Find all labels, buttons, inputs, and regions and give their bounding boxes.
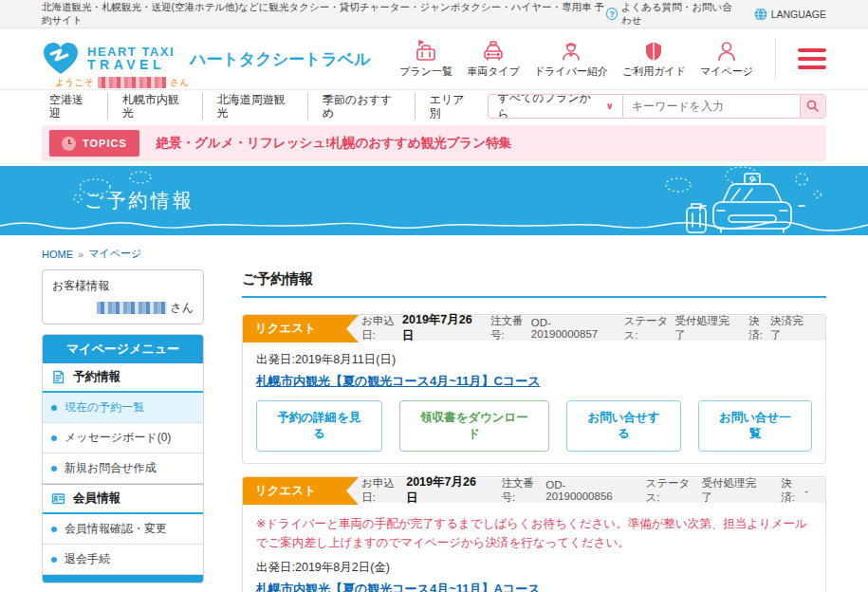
masked-customer-name (97, 302, 167, 314)
heart-logo-icon (42, 42, 80, 76)
nav-driver-intro[interactable]: ドライバー紹介 (534, 40, 608, 79)
mypage-menu-header: マイページメニュー (43, 335, 203, 363)
nav-by-area[interactable]: エリア別 (416, 93, 489, 120)
sidebar-item-withdraw[interactable]: 退会手続 (43, 545, 203, 575)
bullet-icon (51, 405, 57, 411)
header-divider (775, 38, 776, 80)
order-number: OD-20190000857 (531, 317, 607, 340)
course-link[interactable]: 札幌市内観光【夏の観光コース4月~11月】Aコース (256, 582, 540, 592)
content-area: HOME » マイページ お客様情報 さん マイページメニュー (0, 235, 868, 592)
breadcrumb-home-link[interactable]: HOME (42, 249, 73, 260)
breadcrumb-separator: » (78, 249, 83, 260)
header-nav: プラン一覧 車両タイプ ドライバー紹介 (399, 38, 826, 80)
clock-icon (62, 137, 76, 151)
search-icon (806, 100, 819, 112)
nav-seasonal[interactable]: 季節のおすすめ (308, 93, 416, 120)
bullet-icon (51, 466, 57, 472)
faq-label: よくある質問・お問い合わせ (621, 1, 739, 28)
masked-user-name (98, 77, 166, 88)
document-icon (51, 370, 65, 384)
card-actions: 予約の詳細を見る 領収書をダウンロード お問い合せする お問い合せ一覧 (243, 400, 825, 452)
page-title: ご予約情報 (84, 188, 194, 213)
customer-info-title: お客様情報 (52, 278, 194, 294)
nav-vehicle-type[interactable]: 車両タイプ (467, 40, 520, 79)
payment-value: 決済完了 (770, 314, 808, 342)
faq-link[interactable]: ? よくある質問・お問い合わせ (606, 1, 739, 28)
top-utility-bar: 北海道観光・札幌観光・送迎(空港ホテル他)などに観光タクシー・貸切チャーター・ジ… (0, 0, 868, 28)
reservation-card: お申込日:2019年7月26日 注文番号:OD-20190000857 ステータ… (242, 314, 826, 464)
hamburger-menu-button[interactable] (798, 48, 826, 69)
search-input[interactable] (623, 95, 800, 118)
main-panel: ご予約情報 お申込日:2019年7月26日 注文番号:OD-2019000085… (242, 269, 826, 592)
applied-label: お申込日: (361, 314, 402, 342)
request-ribbon: リクエスト (243, 315, 359, 342)
nav-hokkaido-tour[interactable]: 北海道周遊観光 (203, 93, 308, 120)
departure-date: 出発日:2019年8月2日(金) (243, 560, 825, 576)
question-icon: ? (606, 8, 618, 20)
menu-section-reservations: 予約情報 (43, 363, 203, 393)
chevron-down-icon: ∨ (606, 101, 614, 111)
nav-mypage[interactable]: マイページ (700, 40, 753, 79)
language-link[interactable]: LANGUAGE (754, 8, 826, 21)
menu-section-membership: 会員情報 (43, 484, 203, 514)
contact-button[interactable]: お問い合せする (566, 400, 681, 452)
beginner-mark-icon (641, 40, 666, 63)
order-label: 注文番号: (501, 476, 545, 505)
hero-banner: ご予約情報 (0, 166, 868, 235)
details-button[interactable]: 予約の詳細を見る (256, 400, 382, 452)
search-button[interactable] (800, 95, 825, 118)
nav-sapporo-city[interactable]: 札幌市内観光 (108, 93, 203, 120)
order-number: OD-20190000856 (545, 479, 628, 502)
contact-list-button[interactable]: お問い合せ一覧 (698, 400, 812, 452)
logo-text-en: HEART TAXI TRAVEL (87, 46, 175, 72)
nav-plan-list[interactable]: プラン一覧 (399, 40, 452, 79)
receipt-download-button[interactable]: 領収書をダウンロード (399, 400, 549, 452)
topics-badge: TOPICS (49, 130, 139, 157)
sidebar-item-member-info[interactable]: 会員情報確認・変更 (43, 514, 203, 545)
breadcrumb: HOME » マイページ (42, 247, 826, 261)
topics-banner: TOPICS 絶景・グルメ・リフレッシュ!札幌のおすすめ観光プラン特集 (42, 125, 826, 161)
nav-airport-transfer[interactable]: 空港送迎 (42, 93, 108, 120)
menu-footer-bar (43, 575, 203, 583)
member-card-icon (51, 491, 65, 506)
bullet-icon (51, 557, 57, 563)
search-category-select[interactable]: すべてのプランから ∨ (489, 95, 622, 118)
sidebar-item-current-reservations[interactable]: 現在の予約一覧 (43, 393, 203, 423)
breadcrumb-mypage-link[interactable]: マイページ (88, 247, 141, 261)
customer-info-box: お客様情報 さん (42, 269, 204, 324)
category-nav: 空港送迎 札幌市内観光 北海道周遊観光 季節のおすすめ エリア別 (42, 93, 488, 120)
bullet-icon (51, 435, 57, 441)
status-value: 受付処理完了 (702, 476, 765, 505)
reservation-card: お申込日:2019年7月26日 注文番号:OD-20190000856 ステータ… (242, 476, 826, 592)
logo-text-jp: ハートタクシートラベル (190, 48, 371, 70)
topics-title-link[interactable]: 絶景・グルメ・リフレッシュ!札幌のおすすめ観光プラン特集 (157, 135, 511, 152)
payment-notice: ※ドライバーと車両の手配が完了するまでしばらくお待ちください。準備が整い次第、担… (243, 514, 825, 552)
nav-user-guide[interactable]: ご利用ガイド (622, 40, 686, 79)
status-label: ステータス: (623, 314, 674, 342)
category-nav-row: 空港送迎 札幌市内観光 北海道周遊観光 季節のおすすめ エリア別 すべてのプラン… (0, 89, 868, 121)
sidebar: お客様情報 さん マイページメニュー 予約情報 (42, 269, 204, 592)
bullet-icon (51, 527, 57, 532)
customer-name: さん (97, 300, 194, 316)
payment-label: 決済: (781, 476, 804, 505)
site-tagline: 北海道観光・札幌観光・送迎(空港ホテル他)などに観光タクシー・貸切チャーター・ジ… (42, 1, 606, 28)
search-box: すべてのプランから ∨ (488, 94, 826, 119)
mypage-menu: マイページメニュー 予約情報 現在の予約一覧 メッセージボード(0) (42, 334, 204, 583)
reservation-card-header: お申込日:2019年7月26日 注文番号:OD-20190000857 ステータ… (243, 315, 825, 343)
reservation-card-header: お申込日:2019年7月26日 注文番号:OD-20190000856 ステータ… (243, 477, 825, 506)
order-label: 注文番号: (490, 314, 531, 342)
sidebar-item-new-inquiry[interactable]: 新規お問合せ作成 (43, 453, 203, 484)
site-logo[interactable]: HEART TAXI TRAVEL ハートタクシートラベル (42, 42, 371, 76)
request-ribbon: リクエスト (243, 477, 359, 505)
language-label: LANGUAGE (771, 9, 826, 20)
applied-date: 2019年7月26日 (406, 474, 484, 507)
welcome-message: ようこそ さん (55, 76, 189, 89)
course-link[interactable]: 札幌市内観光【夏の観光コース4月~11月】Cコース (256, 374, 540, 388)
status-value: 受付処理完了 (674, 314, 731, 342)
sidebar-item-message-board[interactable]: メッセージボード(0) (43, 423, 203, 453)
departure-date: 出発日:2019年8月11日(日) (243, 352, 825, 368)
taxi-icon (481, 40, 506, 63)
applied-label: お申込日: (361, 476, 406, 505)
driver-icon (559, 40, 583, 63)
status-label: ステータス: (646, 476, 702, 505)
